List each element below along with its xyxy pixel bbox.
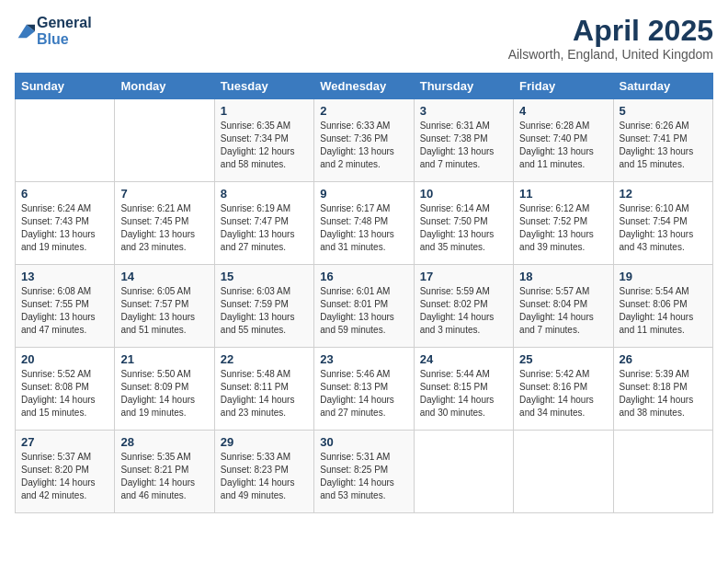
calendar-cell: 19Sunrise: 5:54 AMSunset: 8:06 PMDayligh…	[613, 265, 712, 348]
day-info: Sunrise: 5:48 AMSunset: 8:11 PMDaylight:…	[221, 368, 308, 419]
day-info: Sunrise: 5:33 AMSunset: 8:23 PMDaylight:…	[221, 451, 308, 502]
day-info: Sunrise: 6:03 AMSunset: 7:59 PMDaylight:…	[221, 285, 308, 337]
calendar-cell: 10Sunrise: 6:14 AMSunset: 7:50 PMDayligh…	[414, 182, 513, 265]
calendar-cell: 30Sunrise: 5:31 AMSunset: 8:25 PMDayligh…	[314, 431, 414, 513]
day-info: Sunrise: 5:42 AMSunset: 8:16 PMDaylight:…	[519, 368, 607, 419]
day-info: Sunrise: 5:37 AMSunset: 8:20 PMDaylight:…	[21, 451, 108, 502]
day-info: Sunrise: 6:24 AMSunset: 7:43 PMDaylight:…	[21, 202, 108, 254]
day-info: Sunrise: 6:33 AMSunset: 7:36 PMDaylight:…	[320, 120, 407, 171]
day-info: Sunrise: 6:28 AMSunset: 7:40 PMDaylight:…	[519, 120, 607, 171]
day-info: Sunrise: 6:10 AMSunset: 7:54 PMDaylight:…	[620, 202, 707, 254]
day-number: 20	[21, 352, 108, 366]
day-number: 6	[21, 187, 108, 201]
day-number: 16	[320, 270, 407, 283]
col-header-tuesday: Tuesday	[214, 74, 313, 99]
logo: General Blue	[15, 15, 92, 47]
calendar-cell: 5Sunrise: 6:26 AMSunset: 7:41 PMDaylight…	[613, 99, 712, 182]
calendar-cell: 17Sunrise: 5:59 AMSunset: 8:02 PMDayligh…	[414, 265, 513, 348]
day-info: Sunrise: 5:59 AMSunset: 8:02 PMDaylight:…	[420, 285, 507, 337]
calendar-cell: 14Sunrise: 6:05 AMSunset: 7:57 PMDayligh…	[115, 265, 214, 348]
title-block: April 2025 Ailsworth, England, United Ki…	[508, 15, 713, 62]
day-number: 18	[519, 270, 607, 283]
day-info: Sunrise: 6:17 AMSunset: 7:48 PMDaylight:…	[320, 202, 407, 254]
calendar-cell: 13Sunrise: 6:08 AMSunset: 7:55 PMDayligh…	[16, 265, 115, 348]
col-header-sunday: Sunday	[16, 74, 115, 99]
day-number: 5	[620, 104, 707, 118]
day-info: Sunrise: 6:01 AMSunset: 8:01 PMDaylight:…	[320, 285, 407, 337]
calendar-cell: 1Sunrise: 6:35 AMSunset: 7:34 PMDaylight…	[214, 99, 313, 182]
logo-text-line2: Blue	[37, 31, 92, 48]
day-number: 29	[221, 435, 308, 449]
day-number: 15	[221, 270, 308, 283]
day-number: 19	[620, 270, 707, 283]
calendar-cell: 29Sunrise: 5:33 AMSunset: 8:23 PMDayligh…	[214, 431, 313, 513]
day-number: 11	[519, 187, 607, 201]
day-info: Sunrise: 6:14 AMSunset: 7:50 PMDaylight:…	[420, 202, 507, 254]
day-number: 30	[320, 435, 407, 449]
col-header-saturday: Saturday	[613, 74, 712, 99]
day-info: Sunrise: 5:46 AMSunset: 8:13 PMDaylight:…	[320, 368, 407, 419]
day-number: 3	[420, 104, 507, 118]
calendar-cell: 15Sunrise: 6:03 AMSunset: 7:59 PMDayligh…	[214, 265, 313, 348]
calendar-cell: 8Sunrise: 6:19 AMSunset: 7:47 PMDaylight…	[214, 182, 313, 265]
day-info: Sunrise: 5:57 AMSunset: 8:04 PMDaylight:…	[519, 285, 607, 337]
calendar-week-1: 1Sunrise: 6:35 AMSunset: 7:34 PMDaylight…	[16, 99, 713, 182]
day-info: Sunrise: 6:08 AMSunset: 7:55 PMDaylight:…	[21, 285, 108, 337]
day-number: 26	[620, 352, 707, 366]
day-number: 4	[519, 104, 607, 118]
calendar-cell: 7Sunrise: 6:21 AMSunset: 7:45 PMDaylight…	[115, 182, 214, 265]
calendar-cell	[514, 431, 613, 513]
day-number: 12	[620, 187, 707, 201]
day-info: Sunrise: 5:44 AMSunset: 8:15 PMDaylight:…	[420, 368, 507, 419]
logo-icon	[15, 21, 35, 41]
day-info: Sunrise: 6:35 AMSunset: 7:34 PMDaylight:…	[221, 120, 308, 171]
calendar-cell: 18Sunrise: 5:57 AMSunset: 8:04 PMDayligh…	[514, 265, 613, 348]
day-info: Sunrise: 6:26 AMSunset: 7:41 PMDaylight:…	[620, 120, 707, 171]
day-number: 24	[420, 352, 507, 366]
month-title: April 2025	[508, 15, 713, 47]
day-number: 21	[120, 352, 208, 366]
day-info: Sunrise: 5:50 AMSunset: 8:09 PMDaylight:…	[120, 368, 208, 419]
calendar-cell: 24Sunrise: 5:44 AMSunset: 8:15 PMDayligh…	[414, 348, 513, 431]
calendar-cell: 25Sunrise: 5:42 AMSunset: 8:16 PMDayligh…	[514, 348, 613, 431]
day-info: Sunrise: 6:05 AMSunset: 7:57 PMDaylight:…	[120, 285, 208, 337]
calendar-week-3: 13Sunrise: 6:08 AMSunset: 7:55 PMDayligh…	[16, 265, 713, 348]
calendar-header-row: SundayMondayTuesdayWednesdayThursdayFrid…	[16, 74, 713, 99]
calendar-week-5: 27Sunrise: 5:37 AMSunset: 8:20 PMDayligh…	[16, 431, 713, 513]
day-number: 9	[320, 187, 407, 201]
day-info: Sunrise: 6:21 AMSunset: 7:45 PMDaylight:…	[120, 202, 208, 254]
calendar-cell: 22Sunrise: 5:48 AMSunset: 8:11 PMDayligh…	[214, 348, 313, 431]
page-header: General Blue April 2025 Ailsworth, Engla…	[15, 15, 713, 62]
day-info: Sunrise: 5:52 AMSunset: 8:08 PMDaylight:…	[21, 368, 108, 419]
day-info: Sunrise: 6:12 AMSunset: 7:52 PMDaylight:…	[519, 202, 607, 254]
day-number: 2	[320, 104, 407, 118]
calendar-cell: 3Sunrise: 6:31 AMSunset: 7:38 PMDaylight…	[414, 99, 513, 182]
calendar-cell: 6Sunrise: 6:24 AMSunset: 7:43 PMDaylight…	[16, 182, 115, 265]
col-header-wednesday: Wednesday	[314, 74, 414, 99]
calendar-week-2: 6Sunrise: 6:24 AMSunset: 7:43 PMDaylight…	[16, 182, 713, 265]
day-number: 8	[221, 187, 308, 201]
day-number: 1	[221, 104, 308, 118]
calendar-table: SundayMondayTuesdayWednesdayThursdayFrid…	[15, 73, 713, 513]
calendar-cell: 2Sunrise: 6:33 AMSunset: 7:36 PMDaylight…	[314, 99, 414, 182]
day-number: 10	[420, 187, 507, 201]
calendar-cell: 23Sunrise: 5:46 AMSunset: 8:13 PMDayligh…	[314, 348, 414, 431]
day-number: 23	[320, 352, 407, 366]
day-number: 14	[120, 270, 208, 283]
calendar-cell: 12Sunrise: 6:10 AMSunset: 7:54 PMDayligh…	[613, 182, 712, 265]
calendar-cell	[16, 99, 115, 182]
calendar-cell: 11Sunrise: 6:12 AMSunset: 7:52 PMDayligh…	[514, 182, 613, 265]
calendar-week-4: 20Sunrise: 5:52 AMSunset: 8:08 PMDayligh…	[16, 348, 713, 431]
col-header-friday: Friday	[514, 74, 613, 99]
calendar-cell: 16Sunrise: 6:01 AMSunset: 8:01 PMDayligh…	[314, 265, 414, 348]
day-number: 7	[120, 187, 208, 201]
location: Ailsworth, England, United Kingdom	[508, 47, 713, 62]
day-number: 28	[120, 435, 208, 449]
calendar-cell	[414, 431, 513, 513]
day-info: Sunrise: 5:54 AMSunset: 8:06 PMDaylight:…	[620, 285, 707, 337]
calendar-cell: 4Sunrise: 6:28 AMSunset: 7:40 PMDaylight…	[514, 99, 613, 182]
day-number: 17	[420, 270, 507, 283]
calendar-cell: 21Sunrise: 5:50 AMSunset: 8:09 PMDayligh…	[115, 348, 214, 431]
day-info: Sunrise: 5:39 AMSunset: 8:18 PMDaylight:…	[620, 368, 707, 419]
calendar-cell: 9Sunrise: 6:17 AMSunset: 7:48 PMDaylight…	[314, 182, 414, 265]
